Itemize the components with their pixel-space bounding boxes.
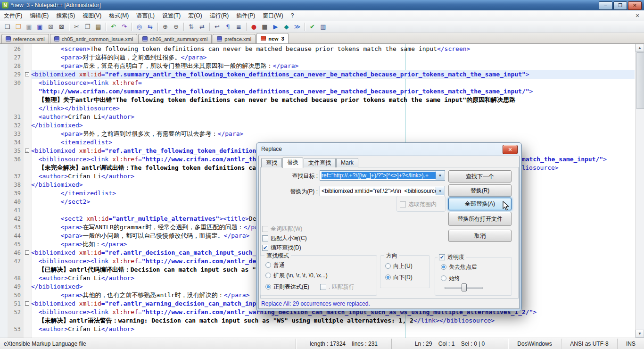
dialog-tab-替换[interactable]: 替换 [282, 158, 303, 168]
saved-file-icon [217, 36, 222, 42]
code-segment: </para> [224, 232, 250, 239]
whole-word-checkbox[interactable]: 全词匹配(W) [262, 225, 302, 233]
code-segment [31, 266, 39, 273]
save-all-icon[interactable]: ▣ [35, 22, 45, 32]
close-file-icon[interactable]: ⊠ [46, 22, 56, 32]
document-map-glyph: ▥ [320, 24, 326, 30]
menu-item-format[interactable]: 格式(M) [105, 10, 132, 21]
tab-new3[interactable]: new 3 [256, 33, 289, 43]
show-all-characters-icon[interactable]: ¶ [223, 22, 233, 32]
dot-matches-newline-checkbox[interactable]: . 匹配新行 [320, 283, 355, 291]
wrap-around-checkbox[interactable]: ✔ 循环查找(D) [262, 244, 301, 251]
fold-collapse-icon[interactable]: - [25, 149, 29, 153]
menu-item-language[interactable]: 语言(L) [132, 10, 158, 21]
dialog-tab-Mark[interactable]: Mark [336, 158, 358, 167]
line-number: 35 [0, 147, 24, 155]
close-button[interactable]: ✕ [628, 1, 642, 10]
menu-item-search[interactable]: 搜索(S) [52, 10, 79, 21]
run-macro-multiple-icon[interactable]: ≫ [292, 22, 302, 32]
replace-icon[interactable]: ⇆ [145, 22, 155, 32]
menu-item-file[interactable]: 文件(F) [0, 10, 26, 21]
replace-all-open-docs-button[interactable]: 替换所有打开文件 [448, 212, 512, 226]
fold-collapse-icon[interactable]: - [25, 301, 29, 306]
dialog-tab-查找[interactable]: 查找 [261, 158, 282, 167]
sync-vertical-icon[interactable]: ⇅ [186, 22, 196, 32]
transparency-slider[interactable] [444, 283, 493, 291]
menu-item-window[interactable]: 窗口(W) [259, 10, 287, 21]
search-mode-group: 查找模式 普通 扩展 (\n, \r, \t, \0, \x...) 正则表达式… [260, 255, 377, 296]
transparency-on-focus-lost-radio[interactable]: 失去焦点后 [441, 263, 477, 271]
paste-icon[interactable]: ▤ [93, 22, 103, 32]
fold-margin-cell [24, 104, 31, 113]
menu-item-macro[interactable]: 宏(O) [184, 10, 206, 21]
document-map-icon[interactable]: ▥ [318, 22, 328, 32]
close-all-icon[interactable]: ⊠ [57, 22, 66, 32]
zoom-out-icon[interactable]: ⊖ [171, 22, 181, 32]
redo-icon[interactable]: ↷ [119, 22, 129, 32]
menu-item-edit[interactable]: 编辑(E) [26, 10, 52, 21]
play-macro-icon[interactable]: ▶ [271, 22, 281, 32]
replace-all-button[interactable]: 全部替换(A) [448, 198, 512, 210]
code-segment: xml:id [86, 215, 108, 222]
toolbar-separator [132, 23, 132, 31]
vertical-scrollbar[interactable]: ▲ ▼ [635, 44, 644, 338]
in-selection-checkbox[interactable]: 选取范围内 [400, 200, 437, 208]
extended-mode-radio[interactable]: 扩展 (\n, \r, \t, \0, \x...) [265, 272, 328, 279]
copy-icon[interactable]: ❐ [83, 22, 92, 32]
tab-reference[interactable]: reference.xml [1, 34, 49, 43]
code-segment: <para> [31, 241, 83, 248]
find-next-button[interactable]: 查找下一个 [448, 170, 512, 183]
direction-up-radio[interactable]: 向上(U) [385, 262, 413, 270]
scrollbar-thumb[interactable] [636, 52, 644, 109]
tab-label: reference.xml [13, 36, 45, 42]
scroll-down-icon[interactable]: ▼ [636, 330, 644, 338]
find-icon[interactable]: ◎ [134, 22, 144, 32]
word-wrap-icon[interactable]: ↩ [212, 22, 222, 32]
regex-mode-radio[interactable]: 正则表达式(E) [265, 283, 309, 291]
dialog-tab-文件查找[interactable]: 文件查找 [304, 158, 336, 167]
menu-item-view[interactable]: 视图(V) [79, 10, 105, 21]
cut-icon[interactable]: ✂ [72, 22, 82, 32]
save-macro-icon[interactable]: ◆ [281, 22, 291, 32]
tab-preface[interactable]: preface.xml [213, 34, 256, 43]
close-document-icon[interactable]: ✕ [634, 12, 641, 19]
replace-dropdown-button[interactable]: ▼ [436, 187, 444, 195]
normal-mode-radio[interactable]: 普通 [265, 261, 285, 269]
transparency-checkbox[interactable]: ✔ 透明度 [438, 253, 466, 261]
spell-check-icon[interactable]: ✔ [307, 22, 317, 32]
tab-label: ch06_antlr_summary.xml [150, 36, 207, 42]
indent-guide-icon[interactable]: ≣ [234, 22, 244, 32]
find-dropdown-button[interactable]: ▼ [436, 171, 444, 180]
match-case-checkbox[interactable]: 匹配大小写(C) [262, 234, 307, 242]
new-file-icon[interactable]: ❏ [2, 22, 12, 32]
title-bar[interactable]: N *new 3 - Notepad++ [Administrator] – ❐… [0, 0, 644, 10]
menu-item-settings[interactable]: 设置(T) [158, 10, 184, 21]
sync-horizontal-icon[interactable]: ⇄ [197, 22, 207, 32]
cancel-button[interactable]: 取消 [448, 230, 512, 242]
slider-thumb[interactable] [462, 283, 467, 291]
tab-ch05[interactable]: ch05_antlr_common_issue.xml [50, 34, 138, 43]
restore-button[interactable]: ❐ [613, 1, 627, 10]
menu-item-run[interactable]: 运行(R) [206, 10, 233, 21]
save-icon[interactable]: ▣ [24, 22, 34, 32]
menu-item-plugins[interactable]: 插件(P) [232, 10, 259, 21]
code-segment: <author> [31, 274, 68, 282]
direction-down-radio[interactable]: 向下(D) [385, 274, 413, 281]
record-macro-icon[interactable]: ● [249, 22, 259, 32]
find-what-label: 查找目标 : [260, 172, 318, 180]
menu-item-help[interactable]: ? [287, 10, 298, 21]
transparency-always-radio[interactable]: 始终 [441, 274, 460, 282]
tab-ch06[interactable]: ch06_antlr_summary.xml [138, 34, 212, 43]
fold-collapse-icon[interactable]: - [25, 72, 29, 76]
stop-macro-icon[interactable]: ■ [260, 22, 270, 32]
scroll-up-icon[interactable]: ▲ [636, 44, 644, 52]
open-folder-icon[interactable]: ❒ [13, 22, 23, 32]
replace-button[interactable]: 替换(R) [448, 184, 512, 197]
minimize-button[interactable]: – [599, 1, 612, 10]
zoom-in-icon[interactable]: ⊕ [160, 22, 170, 32]
dialog-close-button[interactable]: ✕ [503, 145, 518, 154]
replace-with-combo[interactable]: <bibliomixed xml:id="ref.\2">\r\n <bibli… [320, 186, 445, 196]
find-what-combo[interactable]: ref="http://.+?/([\w_]+)/?">[^<>]+?</lin… [320, 170, 445, 181]
fold-collapse-icon[interactable]: - [25, 250, 29, 255]
undo-icon[interactable]: ↶ [108, 22, 118, 32]
